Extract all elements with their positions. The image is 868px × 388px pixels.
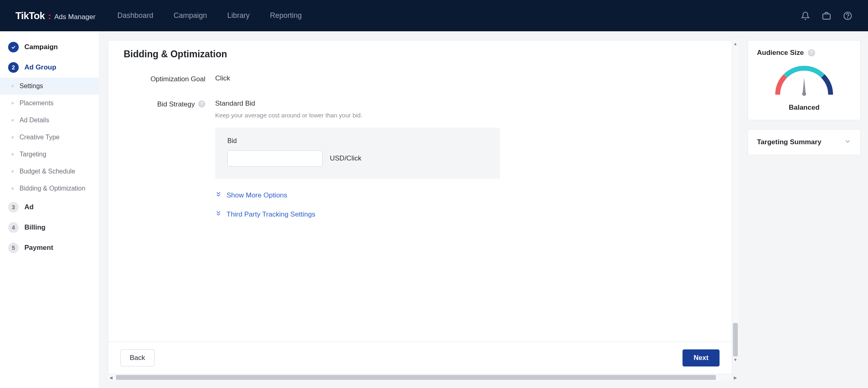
nav-dashboard[interactable]: Dashboard	[118, 11, 153, 20]
logo: TikTok: Ads Manager	[15, 10, 96, 22]
audience-size-card: Audience Size ? Balanced	[748, 40, 861, 120]
nav-campaign[interactable]: Campaign	[174, 11, 207, 20]
dot-icon	[11, 119, 14, 121]
substep-settings[interactable]: Settings	[0, 78, 99, 95]
dot-icon	[11, 136, 14, 139]
step-billing[interactable]: 4 Billing	[0, 217, 99, 238]
logo-suffix: Ads Manager	[54, 13, 95, 21]
logo-text: TikTok	[15, 10, 45, 22]
step-adgroup-number: 2	[8, 62, 19, 73]
section-title: Bidding & Optimization	[124, 49, 715, 60]
svg-point-2	[848, 17, 848, 18]
bell-icon[interactable]	[800, 11, 810, 21]
right-column: Audience Size ? Balanced	[748, 40, 861, 381]
dot-icon	[11, 187, 14, 190]
row-bid-strategy: Bid Strategy ? Standard Bid Keep your av…	[124, 100, 715, 179]
top-header: TikTok: Ads Manager Dashboard Campaign L…	[0, 0, 868, 31]
step-ad-number: 3	[8, 202, 19, 212]
primary-nav: Dashboard Campaign Library Reporting	[118, 11, 302, 20]
horizontal-scrollbar[interactable]: ◀ ▶	[108, 374, 732, 381]
gauge-label: Balanced	[789, 104, 820, 112]
dot-icon	[11, 153, 14, 156]
scroll-thumb[interactable]	[116, 375, 716, 380]
double-chevron-down-icon	[215, 210, 222, 219]
main-panel: Bidding & Optimization Optimization Goal…	[108, 40, 732, 374]
step-payment-label: Payment	[24, 244, 53, 252]
label-optimization-goal: Optimization Goal	[124, 74, 215, 83]
check-icon	[8, 42, 19, 52]
step-campaign-label: Campaign	[24, 43, 58, 51]
third-party-tracking-link[interactable]: Third Party Tracking Settings	[215, 210, 715, 219]
help-icon[interactable]: ?	[198, 100, 205, 108]
next-button[interactable]: Next	[683, 349, 720, 366]
value-bid-strategy: Standard Bid	[215, 100, 715, 108]
step-campaign[interactable]: Campaign	[0, 37, 99, 57]
audience-gauge	[774, 64, 835, 95]
substep-placements[interactable]: Placements	[0, 95, 99, 112]
nav-reporting[interactable]: Reporting	[270, 11, 302, 20]
scroll-left-arrow-icon[interactable]: ◀	[108, 374, 114, 381]
substep-budget-schedule[interactable]: Budget & Schedule	[0, 163, 99, 180]
dot-icon	[11, 102, 14, 104]
double-chevron-down-icon	[215, 191, 222, 199]
briefcase-icon[interactable]	[822, 11, 831, 21]
main-footer: Back Next	[108, 342, 732, 374]
step-payment-number: 5	[8, 243, 19, 253]
bid-input[interactable]	[227, 150, 323, 167]
targeting-summary-card[interactable]: Targeting Summary	[748, 129, 861, 155]
bid-unit: USD/Click	[330, 154, 361, 163]
back-button[interactable]: Back	[120, 349, 155, 366]
step-ad-label: Ad	[24, 203, 34, 211]
chevron-down-icon	[844, 138, 851, 147]
step-ad[interactable]: 3 Ad	[0, 197, 99, 217]
targeting-summary-title: Targeting Summary	[757, 138, 821, 146]
label-bid-strategy: Bid Strategy ?	[124, 100, 215, 179]
gauge-needle-icon	[803, 75, 805, 95]
label-bid: Bid	[227, 137, 488, 145]
wizard-sidebar: Campaign 2 Ad Group Settings Placements …	[0, 31, 99, 388]
substep-creative-type[interactable]: Creative Type	[0, 129, 99, 146]
step-billing-label: Billing	[24, 223, 46, 232]
audience-size-title: Audience Size	[757, 49, 804, 57]
bid-box: Bid USD/Click	[215, 128, 500, 179]
help-icon[interactable]: ?	[808, 49, 815, 56]
scroll-right-arrow-icon[interactable]: ▶	[732, 374, 739, 381]
step-billing-number: 4	[8, 222, 19, 233]
substep-bidding-optimization[interactable]: Bidding & Optimization	[0, 180, 99, 197]
vertical-scrollbar[interactable]: ▲ ▼	[732, 40, 739, 356]
main-body: Bidding & Optimization Optimization Goal…	[108, 41, 732, 342]
header-actions	[800, 11, 853, 21]
help-icon[interactable]	[843, 11, 853, 21]
nav-library[interactable]: Library	[227, 11, 250, 20]
step-payment[interactable]: 5 Payment	[0, 238, 99, 258]
adgroup-substeps: Settings Placements Ad Details Creative …	[0, 78, 99, 197]
scroll-up-arrow-icon[interactable]: ▲	[732, 40, 739, 47]
step-adgroup[interactable]: 2 Ad Group	[0, 57, 99, 78]
row-optimization-goal: Optimization Goal Click	[124, 74, 715, 83]
hint-bid-strategy: Keep your average cost around or lower t…	[215, 112, 715, 119]
scroll-thumb[interactable]	[733, 323, 738, 356]
scroll-down-arrow-icon[interactable]: ▼	[732, 356, 739, 363]
dot-icon	[11, 85, 14, 87]
logo-colon: :	[48, 11, 51, 22]
dot-icon	[11, 170, 14, 173]
substep-ad-details[interactable]: Ad Details	[0, 112, 99, 129]
value-optimization-goal: Click	[215, 74, 715, 83]
substep-targeting[interactable]: Targeting	[0, 146, 99, 163]
show-more-options-link[interactable]: Show More Options	[215, 191, 715, 199]
step-adgroup-label: Ad Group	[24, 63, 56, 72]
svg-rect-0	[823, 14, 830, 19]
